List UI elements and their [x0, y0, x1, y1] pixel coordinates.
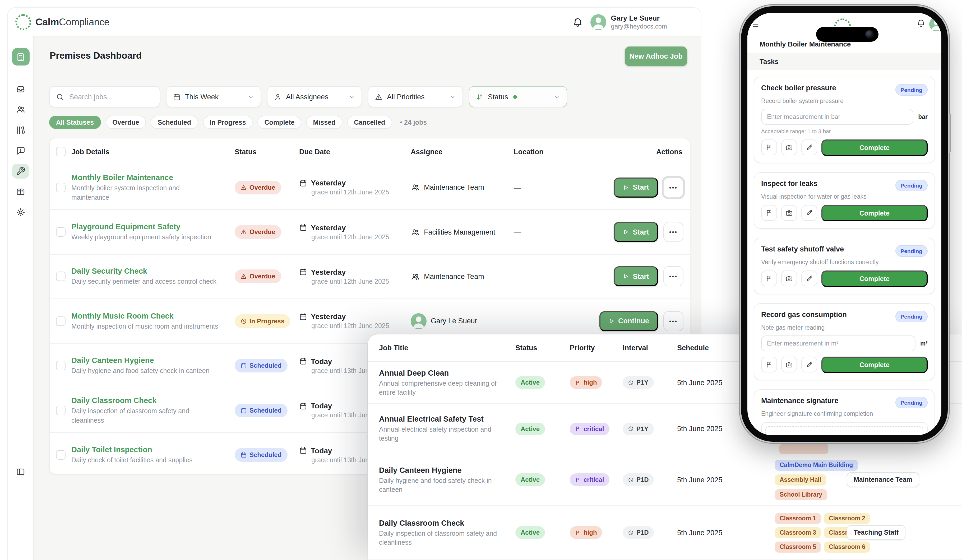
flag-button[interactable] — [761, 205, 777, 221]
sidebar-item-settings[interactable] — [12, 205, 29, 220]
flag-button[interactable] — [761, 140, 777, 155]
status-chip-all-statuses[interactable]: All Statuses — [49, 116, 101, 129]
camera-button[interactable] — [781, 270, 797, 286]
status-cell: Scheduled — [235, 359, 299, 373]
pencil-button[interactable] — [801, 205, 817, 221]
clock-icon — [628, 477, 634, 483]
location-tag[interactable]: School Library — [775, 489, 827, 500]
status-chip-complete[interactable]: Complete — [258, 116, 302, 129]
row-checkbox[interactable] — [56, 317, 66, 326]
job-title-link[interactable]: Monthly Music Room Check — [71, 311, 235, 321]
row-checkbox[interactable] — [56, 361, 66, 371]
measurement-input[interactable]: Enter measurement in bar — [761, 109, 914, 125]
overlay-job-title[interactable]: Daily Classroom Check — [379, 518, 515, 528]
continue-button[interactable]: Continue — [599, 311, 658, 331]
complete-button[interactable]: Complete — [822, 140, 928, 156]
job-title-link[interactable]: Daily Classroom Check — [71, 396, 235, 405]
more-actions-button[interactable]: ••• — [663, 267, 683, 286]
complete-button[interactable]: Complete — [822, 357, 928, 373]
location-tag[interactable]: CalmDemo Main Building — [775, 459, 858, 470]
sidebar-item-issues[interactable] — [12, 143, 29, 158]
team-tag[interactable]: Maintenance Team — [847, 472, 919, 487]
bell-icon[interactable] — [917, 18, 925, 27]
status-chip-missed[interactable]: Missed — [306, 116, 342, 129]
pending-badge: Pending — [895, 84, 928, 96]
sidebar-item-records[interactable] — [12, 184, 29, 199]
bell-icon[interactable] — [573, 17, 583, 27]
more-actions-button[interactable]: ••• — [663, 222, 683, 242]
signature-pad[interactable] — [765, 426, 923, 435]
assignees-filter[interactable]: All Assignees — [267, 86, 362, 107]
date-range-filter[interactable]: This Week — [166, 86, 261, 107]
overlay-job-title[interactable]: Daily Canteen Hygiene — [379, 465, 515, 475]
signature-field[interactable] — [761, 422, 928, 435]
flag-icon — [765, 275, 773, 282]
job-title-link[interactable]: Daily Security Check — [71, 267, 235, 276]
location-tag[interactable]: Classroom 3 — [775, 527, 821, 538]
location-tag[interactable]: Classroom 6 — [824, 541, 870, 552]
camera-button[interactable] — [781, 205, 797, 221]
new-adhoc-job-button[interactable]: New Adhoc Job — [625, 47, 687, 66]
task-title: Check boiler pressure — [761, 84, 836, 92]
more-actions-button[interactable]: ••• — [663, 311, 683, 331]
job-title-link[interactable]: Playground Equipment Safety — [71, 222, 235, 232]
status-chip-in-progress[interactable]: In Progress — [203, 116, 253, 129]
overlay-job-title[interactable]: Annual Deep Clean — [379, 368, 515, 378]
job-title-link[interactable]: Daily Toilet Inspection — [71, 445, 235, 454]
people-icon — [411, 227, 420, 237]
start-button[interactable]: Start — [614, 267, 658, 286]
overlay-job-title[interactable]: Annual Electrical Safety Test — [379, 414, 515, 424]
status-chip-cancelled[interactable]: Cancelled — [347, 116, 392, 129]
sort-status-filter[interactable]: Status — [469, 86, 567, 107]
pencil-button[interactable] — [801, 357, 817, 372]
row-checkbox[interactable] — [56, 272, 66, 281]
more-actions-button[interactable]: ••• — [663, 177, 683, 197]
row-checkbox[interactable] — [56, 182, 66, 192]
page-title: Premises Dashboard — [50, 50, 142, 61]
sidebar-item-people[interactable] — [12, 102, 29, 117]
pencil-button[interactable] — [801, 270, 817, 286]
flag-icon — [575, 426, 581, 431]
status-cell: Scheduled — [235, 403, 299, 417]
sidebar-collapse-button[interactable] — [8, 467, 33, 476]
complete-button[interactable]: Complete — [822, 270, 928, 287]
camera-button[interactable] — [781, 357, 797, 372]
status-chip-scheduled[interactable]: Scheduled — [151, 116, 198, 129]
measurement-input[interactable]: Enter measurement in m³ — [761, 335, 915, 351]
brand-logo[interactable]: CalmCompliance — [15, 14, 110, 30]
pencil-button[interactable] — [801, 140, 817, 155]
camera-button[interactable] — [781, 140, 797, 155]
menu-icon[interactable] — [752, 21, 761, 30]
complete-button[interactable]: Complete — [822, 205, 928, 221]
row-checkbox[interactable] — [56, 227, 66, 237]
sidebar-item-inbox[interactable] — [12, 81, 29, 96]
row-checkbox[interactable] — [56, 406, 66, 415]
start-button[interactable]: Start — [614, 222, 658, 242]
location-tag[interactable]: Assembly Hall — [775, 474, 826, 485]
row-checkbox[interactable] — [56, 450, 66, 460]
search-box[interactable] — [49, 86, 160, 107]
dynamic-island — [816, 27, 878, 42]
select-all-checkbox[interactable] — [56, 147, 66, 156]
active-badge: Active — [515, 422, 545, 435]
overlay-table-row: Daily Canteen HygieneDaily hygiene and f… — [368, 454, 962, 505]
sidebar-item-maintenance[interactable] — [12, 164, 29, 179]
start-button[interactable]: Start — [614, 177, 658, 197]
user-menu[interactable]: Gary Le Sueur gary@heydocs.com — [591, 14, 667, 30]
flag-icon — [765, 361, 773, 368]
priorities-filter[interactable]: All Priorities — [368, 86, 463, 107]
job-description: Daily hygiene and food safety check in c… — [71, 366, 218, 376]
job-title-link[interactable]: Daily Canteen Hygiene — [71, 356, 235, 365]
team-tag[interactable]: Teaching Staff — [847, 525, 906, 540]
active-badge: Active — [515, 376, 545, 389]
flag-button[interactable] — [761, 357, 777, 372]
search-input[interactable] — [68, 92, 150, 101]
status-chip-overdue[interactable]: Overdue — [105, 116, 146, 129]
location-tag[interactable]: Classroom 5 — [775, 541, 821, 552]
location-tag[interactable]: Classroom 1 — [775, 513, 821, 524]
location-tag[interactable]: Classroom 2 — [824, 513, 870, 524]
sidebar-item-premises[interactable] — [12, 48, 29, 66]
job-title-link[interactable]: Monthly Boiler Maintenance — [71, 172, 235, 182]
sidebar-item-library[interactable] — [12, 122, 29, 137]
flag-button[interactable] — [761, 270, 777, 286]
